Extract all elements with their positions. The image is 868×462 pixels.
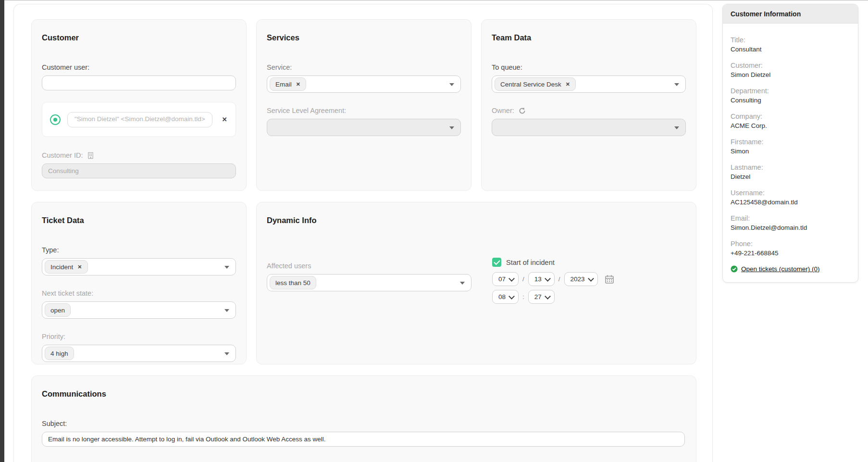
- to-queue-label: To queue:: [492, 63, 686, 71]
- queue-dropdown[interactable]: Central Service Desk ✕: [492, 75, 686, 93]
- team-data-card: Team Data To queue: Central Service Desk…: [481, 19, 696, 191]
- info-field-department: Department: Consulting: [731, 87, 850, 104]
- communications-card-title: Communications: [42, 389, 686, 399]
- info-field-firstname: Firstname: Simon: [731, 138, 850, 155]
- next-state-dropdown[interactable]: open: [42, 301, 236, 319]
- owner-label-text: Owner:: [492, 107, 514, 114]
- calendar-icon[interactable]: [605, 275, 614, 284]
- chevron-down-icon: [449, 83, 454, 86]
- service-pill[interactable]: Email ✕: [270, 77, 306, 91]
- affected-users-pill[interactable]: less than 50: [270, 276, 316, 289]
- communications-card: Communications Subject:: [31, 375, 696, 462]
- service-pill-text: Email: [275, 81, 292, 88]
- queue-pill[interactable]: Central Service Desk ✕: [495, 77, 576, 91]
- priority-dropdown[interactable]: 4 high: [42, 345, 236, 362]
- chevron-down-icon: [224, 266, 229, 269]
- priority-label: Priority:: [42, 333, 236, 340]
- info-value: Consultant: [731, 46, 850, 53]
- open-tickets-link[interactable]: Open tickets (customer) (0): [741, 265, 820, 273]
- start-of-incident-label: Start of incident: [506, 259, 555, 266]
- info-label: Department:: [731, 87, 850, 95]
- owner-dropdown: [492, 119, 686, 136]
- chevron-down-icon: [224, 352, 229, 355]
- remove-customer-icon[interactable]: ✕: [222, 116, 227, 123]
- info-label: Firstname:: [731, 138, 850, 146]
- chevron-down-icon: [674, 126, 679, 129]
- selected-customer-pill[interactable]: "Simon Dietzel" <Simon.Dietzel@domain.tl…: [67, 112, 212, 127]
- services-card-title: Services: [267, 33, 461, 42]
- refresh-icon[interactable]: [519, 107, 526, 114]
- info-field-lastname: Lastname: Dietzel: [731, 163, 850, 180]
- incident-minute-value: 27: [534, 293, 542, 300]
- remove-type-icon[interactable]: ✕: [77, 264, 82, 270]
- chevron-down-icon: [508, 275, 515, 282]
- info-label: Company:: [731, 112, 850, 120]
- info-value: AC125458@domain.tld: [731, 199, 850, 206]
- service-dropdown[interactable]: Email ✕: [267, 75, 461, 93]
- customer-information-panel: Customer Information Title: Consultant C…: [722, 4, 858, 283]
- ticket-create-form: Customer Customer user: "Simon Dietzel" …: [13, 4, 713, 462]
- info-value: Simon.Dietzel@domain.tld: [731, 224, 850, 231]
- services-card: Services Service: Email ✕ Service Level …: [256, 19, 471, 191]
- info-label: Customer:: [731, 62, 850, 69]
- owner-label: Owner:: [492, 107, 686, 114]
- start-of-incident-checkbox[interactable]: [492, 258, 501, 267]
- info-value: Dietzel: [731, 173, 850, 180]
- dynamic-info-card-title: Dynamic Info: [267, 216, 686, 225]
- sla-dropdown: [267, 119, 461, 136]
- sla-label: Service Level Agreement:: [267, 107, 461, 114]
- customer-radio-selected[interactable]: [50, 114, 61, 125]
- info-field-company: Company: ACME Corp.: [731, 112, 850, 129]
- info-field-title: Title: Consultant: [731, 36, 850, 53]
- type-pill-text: Incident: [50, 263, 73, 271]
- incident-day-select[interactable]: 13: [528, 272, 555, 286]
- customer-information-title: Customer Information: [731, 10, 801, 18]
- remove-queue-icon[interactable]: ✕: [566, 81, 570, 87]
- info-value: Simon Dietzel: [731, 71, 850, 78]
- incident-hour-select[interactable]: 08: [492, 290, 519, 304]
- priority-pill-text: 4 high: [50, 350, 68, 357]
- subject-input[interactable]: [42, 432, 685, 447]
- chevron-down-icon: [588, 275, 594, 282]
- customer-user-input[interactable]: [42, 75, 236, 90]
- customer-card: Customer Customer user: "Simon Dietzel" …: [31, 19, 247, 191]
- chevron-down-icon: [508, 293, 515, 300]
- ticket-create-page: Customer Customer user: "Simon Dietzel" …: [0, 0, 868, 462]
- type-dropdown[interactable]: Incident ✕: [42, 258, 236, 275]
- priority-pill[interactable]: 4 high: [45, 347, 74, 360]
- info-field-customer: Customer: Simon Dietzel: [731, 62, 850, 78]
- info-field-username: Username: AC125458@domain.tld: [731, 189, 850, 206]
- queue-pill-text: Central Service Desk: [500, 81, 561, 88]
- next-state-label: Next ticket state:: [42, 289, 236, 297]
- incident-minute-select[interactable]: 27: [528, 290, 555, 304]
- type-label: Type:: [42, 246, 236, 254]
- check-icon: [494, 258, 500, 264]
- incident-month-select[interactable]: 07: [492, 272, 519, 286]
- info-field-phone: Phone: +49-221-668845: [731, 240, 850, 257]
- radio-dot: [53, 118, 57, 122]
- window-top-border: [0, 0, 868, 0]
- incident-year-select[interactable]: 2023: [564, 272, 598, 286]
- incident-month-value: 07: [498, 275, 506, 283]
- chevron-down-icon: [545, 293, 551, 300]
- affected-users-dropdown[interactable]: less than 50: [267, 274, 471, 291]
- info-label: Lastname:: [731, 163, 850, 171]
- info-value: Simon: [731, 148, 850, 155]
- customer-id-label-text: Customer ID:: [42, 151, 83, 159]
- chevron-down-icon: [449, 126, 454, 129]
- date-separator: /: [558, 275, 560, 283]
- date-separator: /: [522, 275, 524, 283]
- open-tickets-check-icon: [731, 265, 738, 273]
- team-data-card-title: Team Data: [492, 33, 686, 42]
- service-label: Service:: [267, 63, 461, 71]
- customer-id-input: [42, 163, 236, 178]
- affected-users-label: Affected users: [267, 262, 471, 270]
- info-value: Consulting: [731, 97, 850, 104]
- remove-service-icon[interactable]: ✕: [296, 81, 300, 87]
- ticket-data-card-title: Ticket Data: [42, 216, 236, 225]
- info-value: +49-221-668845: [731, 250, 850, 257]
- next-state-pill[interactable]: open: [45, 303, 71, 317]
- chevron-down-icon: [674, 83, 679, 86]
- selected-customer-box: "Simon Dietzel" <Simon.Dietzel@domain.tl…: [42, 102, 236, 137]
- type-pill[interactable]: Incident ✕: [45, 260, 88, 274]
